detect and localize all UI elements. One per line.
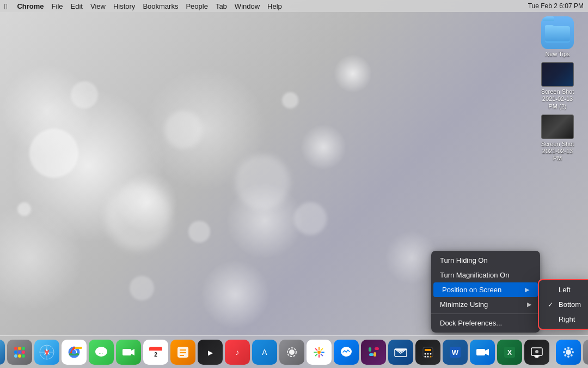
svg-point-9 — [18, 347, 21, 350]
svg-text:...: ... — [99, 349, 103, 355]
dock-zoom[interactable] — [470, 340, 495, 365]
svg-point-64 — [427, 353, 429, 354]
svg-point-86 — [564, 354, 566, 356]
dock-reminders[interactable] — [170, 340, 195, 365]
svg-rect-77 — [535, 357, 538, 358]
submenu-right[interactable]: Right — [539, 312, 588, 327]
svg-marker-30 — [131, 349, 134, 355]
menubar-edit[interactable]: Edit — [71, 2, 83, 10]
svg-point-12 — [18, 351, 21, 354]
bottom-checkmark: ✓ — [548, 301, 554, 309]
dock-appstore[interactable]: A — [252, 340, 277, 365]
desktop-icons: New Tips Screen Shot 2021-02-13 PM (2) S… — [536, 16, 579, 162]
dock-calculator[interactable] — [415, 340, 440, 365]
svg-line-49 — [316, 348, 317, 350]
left-checkmark — [548, 286, 554, 294]
svg-point-87 — [571, 348, 573, 350]
desktop-icon-screenshot-1[interactable]: Screen Shot 2021-02-13 PM (2) — [536, 62, 579, 110]
menubar-window[interactable]: Window — [235, 2, 260, 10]
dock-facetime[interactable] — [116, 340, 141, 365]
dock-photos[interactable] — [307, 340, 332, 365]
context-menu-turn-magnification-on[interactable]: Turn Magnification On — [431, 268, 540, 282]
dock-finder[interactable] — [0, 340, 5, 365]
svg-point-11 — [14, 351, 17, 354]
submenu-left[interactable]: Left — [539, 282, 588, 297]
svg-line-52 — [316, 354, 317, 355]
svg-point-81 — [567, 355, 569, 358]
svg-rect-76 — [534, 355, 540, 357]
dock-appletv[interactable]: ▶ — [198, 340, 223, 365]
svg-point-79 — [566, 349, 571, 355]
svg-rect-33 — [149, 349, 162, 351]
dock-trash[interactable] — [583, 340, 588, 365]
dock-calendar[interactable]: 2 — [143, 340, 168, 365]
dock-excel[interactable]: X — [497, 340, 522, 365]
menubar-people[interactable]: People — [186, 2, 207, 10]
menubar-file[interactable]: File — [52, 2, 63, 10]
dock-sysprefs2[interactable] — [556, 340, 581, 365]
dock-messenger[interactable] — [334, 340, 359, 365]
svg-text:A: A — [262, 348, 267, 357]
dock-airmail[interactable] — [388, 340, 413, 365]
svg-rect-29 — [122, 349, 131, 355]
context-menu-minimize-using[interactable]: Minimize Using ▶ — [431, 297, 540, 312]
desktop-icon-new-tips[interactable]: New Tips — [536, 16, 579, 58]
submenu-bottom[interactable]: ✓ Bottom — [539, 297, 588, 312]
svg-point-83 — [572, 351, 574, 353]
svg-point-25 — [72, 350, 76, 354]
svg-point-67 — [427, 355, 429, 357]
context-menu-separator — [431, 313, 540, 314]
svg-rect-2 — [545, 26, 570, 41]
svg-point-78 — [535, 350, 538, 353]
svg-point-84 — [564, 348, 566, 350]
svg-rect-56 — [369, 347, 371, 352]
desktop:  Chrome File Edit View History Bookmark… — [0, 0, 588, 368]
svg-rect-71 — [476, 349, 485, 355]
position-submenu: Left ✓ Bottom Right — [538, 279, 588, 330]
menubar-history[interactable]: History — [113, 2, 135, 10]
menubar-bookmarks[interactable]: Bookmarks — [143, 2, 178, 10]
svg-rect-57 — [373, 352, 376, 357]
svg-point-63 — [425, 353, 426, 354]
dock-chrome[interactable] — [62, 340, 87, 365]
svg-point-15 — [18, 354, 21, 358]
svg-point-44 — [317, 351, 321, 354]
context-menu-position-on-screen[interactable]: Position on Screen ▶ — [433, 282, 538, 297]
svg-text:2: 2 — [154, 352, 157, 358]
svg-rect-62 — [425, 349, 431, 351]
svg-text:W: W — [452, 348, 459, 357]
context-menu-turn-hiding-on[interactable]: Turn Hiding On — [431, 253, 540, 268]
svg-point-68 — [430, 355, 432, 357]
dock-slack[interactable] — [361, 340, 386, 365]
dock: ... 2 — [0, 335, 588, 368]
right-checkmark — [548, 316, 554, 323]
desktop-icon-screenshot-2-label: Screen Shot 2021-02-13 PM — [538, 141, 577, 162]
submenu-bottom-label: Bottom — [559, 300, 581, 309]
apple-menu[interactable]:  — [4, 2, 7, 11]
dock-messages[interactable]: ... — [89, 340, 114, 365]
menubar-right: Tue Feb 2 6:07 PM — [528, 2, 584, 10]
menubar-tab[interactable]: Tab — [216, 2, 227, 10]
desktop-icon-screenshot-1-label: Screen Shot 2021-02-13 PM (2) — [538, 88, 577, 110]
menubar-app-name[interactable]: Chrome — [17, 2, 44, 10]
context-menu-dock-preferences[interactable]: Dock Preferences... — [431, 316, 540, 330]
svg-rect-55 — [369, 353, 373, 356]
menubar-view[interactable]: View — [90, 2, 106, 10]
submenu-right-label: Right — [559, 315, 575, 323]
svg-point-10 — [22, 347, 25, 350]
menubar-left:  Chrome File Edit View History Bookmark… — [4, 2, 282, 11]
dock-launchpad[interactable] — [7, 340, 32, 365]
dock-word[interactable]: W — [443, 340, 468, 365]
svg-point-82 — [563, 351, 565, 353]
svg-rect-61 — [423, 347, 433, 357]
desktop-icon-screenshot-2[interactable]: Screen Shot 2021-02-13 PM — [536, 114, 579, 162]
dock-screencapture[interactable] — [524, 340, 549, 365]
menubar-help[interactable]: Help — [267, 2, 282, 10]
svg-point-42 — [289, 349, 295, 355]
desktop-icon-new-tips-label: New Tips — [545, 51, 569, 58]
submenu-arrow-2-icon: ▶ — [527, 301, 531, 308]
svg-text:▶: ▶ — [208, 349, 213, 357]
dock-safari[interactable] — [34, 340, 59, 365]
dock-music[interactable]: ♪ — [225, 340, 250, 365]
dock-systemprefs[interactable] — [279, 340, 304, 365]
